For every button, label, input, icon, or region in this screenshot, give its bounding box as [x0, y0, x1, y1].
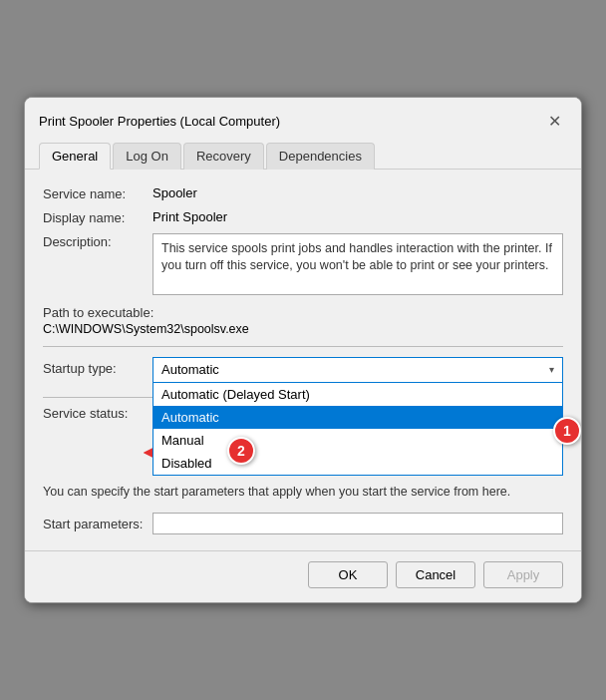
tab-bar: General Log On Recovery Dependencies	[25, 136, 581, 170]
start-parameters-input[interactable]	[152, 513, 563, 534]
dialog-title: Print Spooler Properties (Local Computer…	[39, 114, 280, 129]
dropdown-item-disabled[interactable]: Disabled	[153, 452, 562, 475]
start-parameters-row: Start parameters:	[43, 513, 563, 534]
tab-logon[interactable]: Log On	[113, 143, 181, 170]
cancel-button[interactable]: Cancel	[396, 561, 475, 588]
path-value: C:\WINDOWS\System32\spoolsv.exe	[43, 322, 563, 336]
dropdown-item-manual[interactable]: Manual	[153, 429, 562, 452]
dropdown-item-automatic[interactable]: Automatic	[153, 406, 562, 429]
close-button[interactable]: ✕	[541, 109, 567, 135]
display-name-row: Display name: Print Spooler	[43, 209, 563, 225]
service-name-value: Spooler	[152, 185, 197, 200]
tab-recovery[interactable]: Recovery	[183, 143, 264, 170]
tab-dependencies[interactable]: Dependencies	[266, 143, 375, 170]
description-row: Description: This service spools print j…	[43, 233, 563, 295]
service-name-row: Service name: Spooler	[43, 185, 563, 201]
dropdown-item-delayed[interactable]: Automatic (Delayed Start)	[153, 383, 562, 406]
dialog-footer: OK Cancel Apply	[25, 550, 581, 602]
description-value: This service spools print jobs and handl…	[152, 233, 563, 295]
apply-button[interactable]: Apply	[483, 561, 563, 588]
dialog: Print Spooler Properties (Local Computer…	[24, 97, 582, 604]
tab-general[interactable]: General	[39, 143, 111, 170]
chevron-down-icon: ▾	[549, 364, 554, 375]
description-label: Description:	[43, 233, 152, 249]
main-content: Service name: Spooler Display name: Prin…	[25, 170, 581, 551]
annotation-badge-2: 2	[227, 437, 255, 465]
path-section: Path to executable: C:\WINDOWS\System32\…	[43, 305, 563, 336]
startup-type-label: Startup type:	[43, 357, 152, 376]
start-parameters-label: Start parameters:	[43, 517, 152, 531]
display-name-value: Print Spooler	[152, 209, 227, 224]
display-name-label: Display name:	[43, 209, 152, 225]
startup-type-row: Startup type: Automatic ▾ Automatic (Del…	[43, 357, 563, 383]
path-label: Path to executable:	[43, 305, 563, 320]
dropdown-current-value: Automatic	[161, 362, 219, 377]
service-name-label: Service name:	[43, 185, 152, 201]
startup-type-dropdown[interactable]: Automatic ▾ Automatic (Delayed Start) Au…	[152, 357, 563, 383]
annotation-badge-1: 1	[553, 417, 581, 445]
service-status-label: Service status:	[43, 406, 152, 421]
dropdown-list: Automatic (Delayed Start) Automatic Manu…	[152, 383, 563, 476]
title-bar: Print Spooler Properties (Local Computer…	[25, 98, 581, 136]
hint-text: You can specify the start parameters tha…	[43, 484, 563, 502]
ok-button[interactable]: OK	[308, 561, 388, 588]
dropdown-selected-value[interactable]: Automatic ▾	[152, 357, 563, 383]
